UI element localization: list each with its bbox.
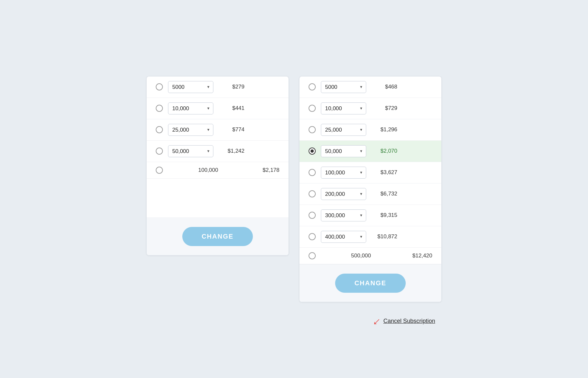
- right-row-3: 25,000 $1,296: [300, 119, 441, 141]
- left-row-1: 5000 $279: [147, 77, 288, 98]
- right-radio-8[interactable]: [309, 233, 316, 240]
- right-price-8: $10,872: [371, 233, 397, 240]
- right-radio-1[interactable]: [309, 83, 316, 90]
- left-select-container-2: 10,000: [168, 102, 213, 114]
- right-radio-2[interactable]: [309, 105, 316, 112]
- left-change-button[interactable]: CHANGE: [182, 227, 253, 246]
- right-row-1: 5000 $468: [300, 77, 441, 98]
- left-row-2: 10,000 $441: [147, 98, 288, 119]
- right-select-container-1: 5000: [321, 81, 366, 93]
- left-price-5: $2,178: [254, 167, 279, 173]
- left-select-container-4: 50,000: [168, 145, 213, 157]
- cards-wrapper: 5000 $279 10,000 $441: [146, 76, 442, 302]
- left-price-3: $774: [219, 126, 244, 133]
- right-price-1: $468: [371, 84, 397, 90]
- right-radio-3[interactable]: [309, 126, 316, 133]
- right-row-5: 100,000 $3,627: [300, 162, 441, 183]
- cancel-subscription-link[interactable]: Cancel Subscription: [383, 318, 435, 325]
- left-price-2: $441: [219, 105, 244, 112]
- right-row-2: 10,000 $729: [300, 98, 441, 119]
- cancel-link-container: ↓ Cancel Subscription: [374, 314, 435, 328]
- left-price-1: $279: [219, 84, 244, 90]
- left-row-3: 25,000 $774: [147, 119, 288, 141]
- right-select-2[interactable]: 10,000: [321, 102, 366, 114]
- right-radio-9[interactable]: [309, 252, 316, 259]
- right-select-container-4: 50,000: [321, 145, 366, 157]
- left-plan-card: 5000 $279 10,000 $441: [146, 76, 289, 255]
- right-select-container-8: 400,000: [321, 231, 366, 243]
- right-select-1[interactable]: 5000: [321, 81, 366, 93]
- left-select-1[interactable]: 5000: [168, 81, 213, 93]
- right-select-6[interactable]: 200,000: [321, 188, 366, 200]
- right-price-5: $3,627: [371, 169, 397, 176]
- left-select-container-3: 25,000: [168, 124, 213, 136]
- right-select-container-5: 100,000: [321, 167, 366, 179]
- left-radio-1[interactable]: [156, 83, 163, 90]
- right-change-button[interactable]: CHANGE: [335, 274, 406, 293]
- left-price-4: $1,242: [219, 148, 244, 154]
- left-select-2[interactable]: 10,000: [168, 102, 213, 114]
- right-price-9: $12,420: [406, 253, 432, 259]
- right-card-footer: CHANGE: [300, 264, 441, 302]
- left-spacer: [147, 179, 288, 218]
- left-radio-2[interactable]: [156, 105, 163, 112]
- right-row-6: 200,000 $6,732: [300, 183, 441, 205]
- left-row-4: 50,000 $1,242: [147, 141, 288, 162]
- right-select-3[interactable]: 25,000: [321, 124, 366, 136]
- cancel-arrow-icon: ↓: [370, 314, 384, 328]
- left-card-footer: CHANGE: [147, 218, 288, 255]
- right-price-7: $9,315: [371, 212, 397, 219]
- left-select-4[interactable]: 50,000: [168, 145, 213, 157]
- right-label-9: 500,000: [321, 253, 401, 259]
- left-radio-4[interactable]: [156, 148, 163, 155]
- right-select-container-2: 10,000: [321, 102, 366, 114]
- right-price-2: $729: [371, 105, 397, 112]
- right-row-9: 500,000 $12,420: [300, 248, 441, 264]
- right-select-5[interactable]: 100,000: [321, 167, 366, 179]
- right-select-container-6: 200,000: [321, 188, 366, 200]
- right-select-container-7: 300,000: [321, 209, 366, 221]
- left-label-5: 100,000: [168, 167, 248, 173]
- left-select-container-1: 5000: [168, 81, 213, 93]
- right-select-4[interactable]: 50,000: [321, 145, 366, 157]
- left-row-5: 100,000 $2,178: [147, 162, 288, 179]
- right-select-7[interactable]: 300,000: [321, 209, 366, 221]
- right-price-6: $6,732: [371, 191, 397, 197]
- right-price-3: $1,296: [371, 126, 397, 133]
- left-select-3[interactable]: 25,000: [168, 124, 213, 136]
- left-radio-5[interactable]: [156, 167, 163, 174]
- right-row-8: 400,000 $10,872: [300, 226, 441, 248]
- right-select-8[interactable]: 400,000: [321, 231, 366, 243]
- right-row-4: 50,000 $2,070: [300, 141, 441, 162]
- right-price-4: $2,070: [371, 148, 397, 154]
- right-select-container-3: 25,000: [321, 124, 366, 136]
- right-radio-4[interactable]: [309, 148, 316, 155]
- right-radio-7[interactable]: [309, 212, 316, 219]
- right-plan-card: 5000 $468 10,000 $729: [299, 76, 442, 302]
- right-radio-6[interactable]: [309, 190, 316, 197]
- page-container: 5000 $279 10,000 $441: [0, 0, 588, 378]
- right-radio-5[interactable]: [309, 169, 316, 176]
- left-radio-3[interactable]: [156, 126, 163, 133]
- right-row-7: 300,000 $9,315: [300, 205, 441, 226]
